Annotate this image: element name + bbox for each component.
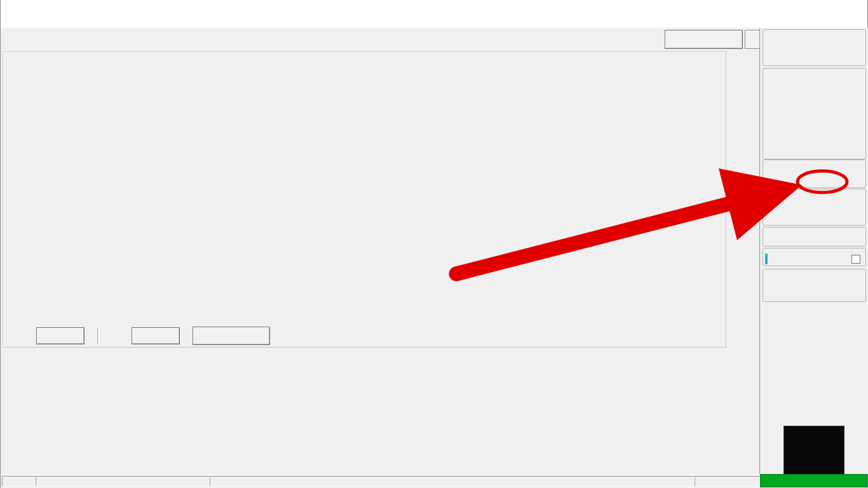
gas-column-header (815, 74, 863, 84)
minimize-button[interactable] (782, 0, 810, 14)
device-info (210, 476, 695, 487)
benzin-column-header (766, 74, 815, 84)
menu-bar (1, 14, 867, 29)
tab-bar (1, 28, 867, 51)
telemetry-panel (759, 28, 868, 474)
voltage-group (763, 189, 866, 226)
map-chart-panel (3, 51, 726, 348)
load-progress-bar (765, 254, 768, 264)
autoadaptation-button[interactable] (665, 30, 743, 49)
status-segment (695, 476, 760, 487)
close-button[interactable] (839, 0, 867, 14)
title-bar (1, 0, 867, 15)
gas-clear-button[interactable] (132, 327, 180, 344)
window-controls (782, 0, 867, 14)
pressure-group (763, 29, 866, 66)
rpm-group (763, 227, 866, 247)
temperature-group (763, 159, 866, 188)
app-window (0, 0, 868, 488)
engine-load-group (763, 248, 866, 266)
autoadaptation-icon-button[interactable] (745, 30, 760, 49)
status-bar (1, 474, 867, 488)
connection-status (36, 476, 210, 487)
map-controls-row (3, 325, 726, 346)
fuel-gauge-icon (783, 426, 844, 476)
injection-time-group (763, 68, 866, 159)
load-checkbox[interactable] (851, 255, 860, 264)
side-tab-strip (725, 51, 761, 346)
gas-mode-button[interactable] (760, 474, 867, 487)
separator (97, 328, 100, 344)
status-segment (2, 476, 36, 487)
logger-chart[interactable] (1, 348, 757, 474)
maximize-button[interactable] (810, 0, 839, 14)
benzin-clear-button[interactable] (36, 327, 85, 344)
active-injectors-group (763, 269, 866, 302)
fuel-map-chart[interactable] (20, 57, 725, 326)
view-3d-button[interactable] (193, 327, 270, 345)
